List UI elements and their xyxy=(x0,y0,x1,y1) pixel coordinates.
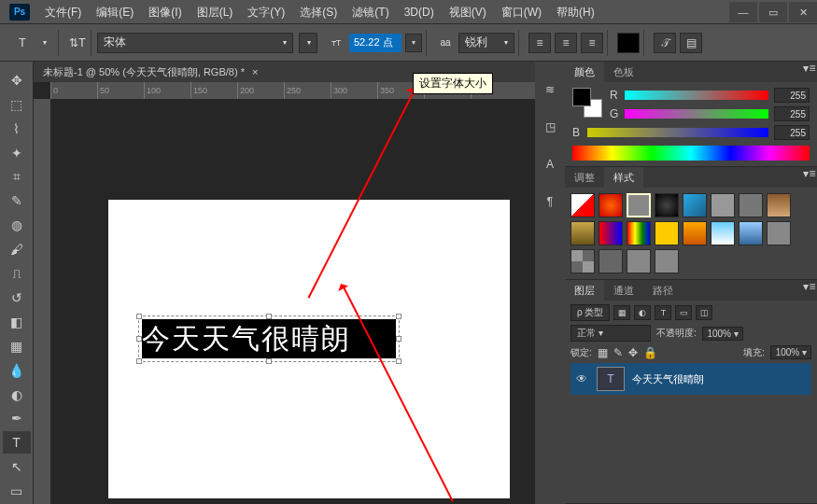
style-swatch[interactable] xyxy=(739,193,763,217)
move-tool[interactable]: ✥ xyxy=(3,69,31,91)
b-slider[interactable] xyxy=(587,128,768,137)
menu-3d[interactable]: 3D(D) xyxy=(397,0,442,24)
foreground-background-swatch[interactable] xyxy=(572,88,602,118)
lasso-tool[interactable]: ⌇ xyxy=(3,118,31,140)
tab-adjustments[interactable]: 调整 xyxy=(565,167,604,188)
properties-panel-icon[interactable]: ◳ xyxy=(541,118,559,136)
chevron-down-icon[interactable]: ▾ xyxy=(35,34,54,52)
brush-tool[interactable]: 🖌 xyxy=(3,238,31,260)
transform-handle[interactable] xyxy=(396,336,401,342)
filter-type-icon[interactable]: T xyxy=(655,305,671,320)
style-swatch[interactable] xyxy=(683,221,707,245)
transform-handle[interactable] xyxy=(266,358,272,364)
style-swatch[interactable] xyxy=(627,221,651,245)
canvas[interactable]: 今天天气很晴朗 xyxy=(108,200,510,498)
style-swatch[interactable] xyxy=(627,249,651,273)
lock-position-icon[interactable]: ✥ xyxy=(628,346,638,359)
filter-smart-icon[interactable]: ◫ xyxy=(696,305,712,320)
gradient-tool[interactable]: ▦ xyxy=(3,335,31,357)
layer-thumbnail[interactable]: T xyxy=(597,367,625,391)
style-swatch[interactable] xyxy=(570,193,595,217)
font-style-dropdown[interactable]: ▾ xyxy=(299,33,317,53)
filter-shape-icon[interactable]: ▭ xyxy=(675,305,692,320)
transform-handle[interactable] xyxy=(396,314,401,319)
history-brush-tool[interactable]: ↺ xyxy=(3,287,31,309)
text-color-swatch[interactable] xyxy=(617,33,640,53)
maximize-button[interactable]: ▭ xyxy=(759,2,787,22)
style-swatch[interactable] xyxy=(711,221,735,245)
character-panel-button[interactable]: ▤ xyxy=(680,33,702,53)
style-swatch[interactable] xyxy=(739,221,763,245)
minimize-button[interactable]: — xyxy=(729,2,757,22)
g-input[interactable] xyxy=(774,106,810,121)
menu-type[interactable]: 文字(Y) xyxy=(240,0,292,24)
style-swatch[interactable] xyxy=(599,193,623,217)
path-tool[interactable]: ↖ xyxy=(3,455,31,478)
filter-adjustment-icon[interactable]: ◐ xyxy=(634,305,651,320)
menu-layer[interactable]: 图层(L) xyxy=(190,0,241,24)
align-center-button[interactable]: ≡ xyxy=(555,33,577,53)
style-swatch[interactable] xyxy=(683,193,707,217)
blur-tool[interactable]: 💧 xyxy=(3,359,31,382)
panel-menu-icon[interactable]: ▾≡ xyxy=(802,167,817,188)
font-size-stepper[interactable]: ▾ xyxy=(405,34,422,52)
menu-filter[interactable]: 滤镜(T) xyxy=(345,0,396,24)
eraser-tool[interactable]: ◧ xyxy=(3,311,31,333)
lock-pixels-icon[interactable]: ✎ xyxy=(613,346,623,359)
opacity-input[interactable]: 100% ▾ xyxy=(702,327,743,341)
lock-transparency-icon[interactable]: ▦ xyxy=(598,346,608,359)
close-document-icon[interactable]: × xyxy=(252,66,258,77)
menu-select[interactable]: 选择(S) xyxy=(292,0,345,24)
panel-menu-icon[interactable]: ▾≡ xyxy=(802,280,817,301)
align-right-button[interactable]: ≡ xyxy=(581,33,603,53)
menu-file[interactable]: 文件(F) xyxy=(37,0,89,24)
tab-paths[interactable]: 路径 xyxy=(643,280,683,301)
transform-handle[interactable] xyxy=(136,358,142,364)
marquee-tool[interactable]: ⬚ xyxy=(3,93,31,116)
style-swatch[interactable] xyxy=(599,221,623,245)
menu-window[interactable]: 窗口(W) xyxy=(494,0,549,24)
menu-view[interactable]: 视图(V) xyxy=(442,0,494,24)
paragraph-panel-icon[interactable]: ¶ xyxy=(541,192,559,211)
tab-swatches[interactable]: 色板 xyxy=(604,62,643,82)
font-size-input[interactable] xyxy=(349,34,401,52)
style-swatch[interactable] xyxy=(627,193,651,217)
b-input[interactable] xyxy=(774,125,810,140)
g-slider[interactable] xyxy=(625,109,768,119)
shape-tool[interactable]: ▭ xyxy=(3,480,31,502)
menu-image[interactable]: 图像(I) xyxy=(141,0,189,24)
pen-tool[interactable]: ✒ xyxy=(3,407,31,429)
foreground-color-swatch[interactable] xyxy=(572,88,591,106)
r-slider[interactable] xyxy=(625,91,768,100)
dodge-tool[interactable]: ◐ xyxy=(3,384,31,406)
style-swatch[interactable] xyxy=(767,193,791,217)
style-swatch[interactable] xyxy=(655,249,679,273)
wand-tool[interactable]: ✦ xyxy=(3,142,31,164)
layer-filter-dropdown[interactable]: ρ 类型 xyxy=(570,304,610,321)
eyedropper-tool[interactable]: ✎ xyxy=(3,189,31,212)
layer-item[interactable]: 👁 T 今天天气很晴朗 xyxy=(570,363,811,395)
antialiasing-dropdown[interactable]: 锐利 ▾ xyxy=(458,33,514,53)
lock-all-icon[interactable]: 🔒 xyxy=(643,346,657,359)
stamp-tool[interactable]: ⎍ xyxy=(3,262,31,285)
font-family-dropdown[interactable]: 宋体 ▾ xyxy=(97,33,293,53)
menu-edit[interactable]: 编辑(E) xyxy=(89,0,141,24)
layer-name[interactable]: 今天天气很晴朗 xyxy=(632,372,704,386)
tab-styles[interactable]: 样式 xyxy=(604,167,643,188)
warp-text-button[interactable]: 𝒯 xyxy=(654,33,676,53)
style-swatch[interactable] xyxy=(570,249,595,273)
menu-help[interactable]: 帮助(H) xyxy=(549,0,602,24)
character-panel-icon[interactable]: A xyxy=(541,155,559,174)
type-tool[interactable]: T xyxy=(3,431,31,454)
filter-pixel-icon[interactable]: ▦ xyxy=(613,305,630,320)
text-layer-content[interactable]: 今天天气很晴朗 xyxy=(142,319,396,358)
style-swatch[interactable] xyxy=(655,221,679,245)
tab-color[interactable]: 颜色 xyxy=(565,62,604,82)
history-panel-icon[interactable]: ≋ xyxy=(541,80,559,99)
fill-input[interactable]: 100% ▾ xyxy=(770,345,811,359)
tab-layers[interactable]: 图层 xyxy=(565,280,604,301)
transform-handle[interactable] xyxy=(396,358,401,364)
style-swatch[interactable] xyxy=(767,221,791,245)
crop-tool[interactable]: ⌗ xyxy=(3,166,31,189)
style-swatch[interactable] xyxy=(655,193,679,217)
